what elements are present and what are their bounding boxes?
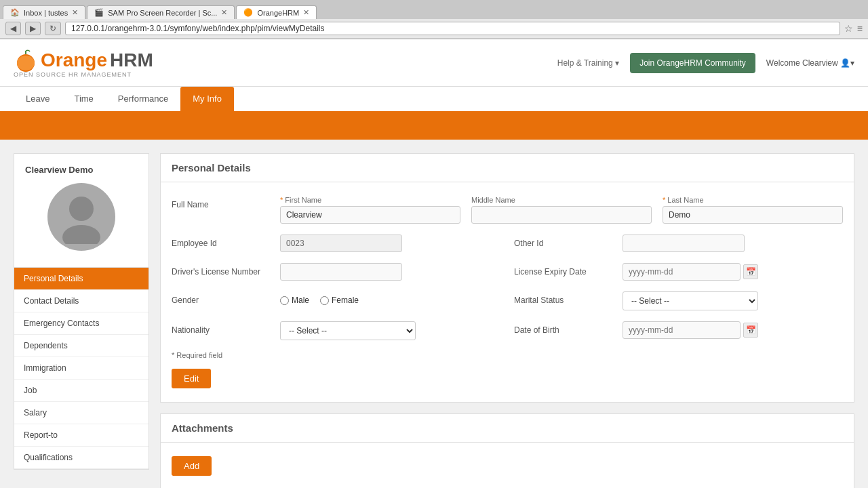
back-button[interactable]: ◀ [5,22,21,35]
sidebar-profile: Clearview Demo [14,153,149,268]
help-link[interactable]: Help & Training ▾ [557,58,619,68]
join-community-button[interactable]: Join OrangeHRM Community [630,53,755,73]
sidebar-item-immigration[interactable]: Immigration [14,357,149,380]
sidebar-user-name: Clearview Demo [25,165,138,175]
logo-icon [14,48,38,73]
required-note: * Required field [172,351,843,359]
license-expiry-input[interactable] [623,263,741,281]
middle-name-group: Middle Name [471,196,652,224]
first-name-label: * First Name [280,196,460,204]
gender-female-radio[interactable] [320,296,329,305]
sidebar-item-qualifications[interactable]: Qualifications [14,447,149,469]
header-right: Help & Training ▾ Join OrangeHRM Communi… [557,53,854,73]
license-expiry-label: License Expiry Date [514,263,609,277]
browser-tab-2[interactable]: 🎬 SAM Pro Screen Recorder | Sc... ✕ [87,5,235,19]
employee-id-group [280,235,402,252]
avatar-svg [54,190,108,244]
gender-radio-group: Male Female [280,291,359,305]
last-name-group: * Last Name [663,196,843,224]
dob-input[interactable] [623,321,741,339]
sidebar-item-dependents[interactable]: Dependents [14,335,149,357]
attachments-card: Attachments Add [160,413,854,488]
sidebar-item-personal-details[interactable]: Personal Details [14,268,149,290]
other-id-input[interactable] [623,235,745,252]
browser-tab-1[interactable]: 🏠 Inbox | tustes ✕ [3,5,85,19]
license-expiry-calendar-icon[interactable]: 📅 [743,264,758,279]
browser-addressbar: ◀ ▶ ↻ ☆ ≡ [0,19,868,39]
tab-leave[interactable]: Leave [14,87,62,113]
sidebar-item-contact-details[interactable]: Contact Details [14,290,149,312]
tab-favicon-3: 🟠 [243,8,253,17]
nationality-fields: -- Select -- American British Canadian [280,321,500,340]
license-number-input[interactable] [280,263,402,281]
gender-label: Gender [172,291,267,305]
attachments-header: Attachments [161,414,854,443]
svg-point-1 [17,56,35,70]
gender-male-label[interactable]: Male [280,296,309,305]
tab-label-1: Inbox | tustes [24,9,68,17]
gender-row: Gender Male Female [172,291,843,310]
address-bar[interactable] [65,22,840,35]
edit-button[interactable]: Edit [172,369,211,388]
svg-point-3 [69,197,94,221]
logo-subtitle: OPEN SOURCE HR MANAGEMENT [14,71,153,78]
browser-tab-3[interactable]: 🟠 OrangeHRM ✕ [236,5,317,19]
personal-details-header: Personal Details [161,154,854,182]
avatar [47,183,115,251]
tab-my-info[interactable]: My Info [180,87,234,113]
employee-id-input [280,235,402,252]
tab-close-2[interactable]: ✕ [221,8,227,17]
sidebar-item-emergency-contacts[interactable]: Emergency Contacts [14,312,149,335]
last-name-label: * Last Name [663,196,843,204]
menu-icon[interactable]: ≡ [857,23,863,34]
tab-favicon: 🏠 [10,8,20,17]
full-name-label: Full Name [172,196,267,209]
license-expiry-date-wrapper: 📅 [623,263,758,281]
dob-date-wrapper: 📅 [623,321,758,339]
svg-point-4 [62,225,100,244]
tab-close-1[interactable]: ✕ [72,8,78,17]
employee-id-label: Employee Id [172,235,267,248]
middle-name-label: Middle Name [471,196,652,204]
dob-label: Date of Birth [514,321,609,335]
license-row: Driver's License Number License Expiry D… [172,263,843,281]
first-name-input[interactable] [280,206,460,224]
sidebar-item-report-to[interactable]: Report-to [14,424,149,447]
first-name-group: * First Name [280,196,460,224]
tab-close-3[interactable]: ✕ [303,8,309,17]
other-id-group [623,235,745,252]
nationality-select[interactable]: -- Select -- American British Canadian [280,321,416,340]
marital-status-select[interactable]: -- Select -- Single Married Other [623,291,758,310]
tab-performance[interactable]: Performance [106,87,180,113]
main-content: Clearview Demo Personal Details Contact … [0,140,868,488]
tab-favicon-2: 🎬 [94,8,104,17]
tab-label-3: OrangeHRM [257,9,299,17]
app-header: Orange HRM OPEN SOURCE HR MANAGEMENT Hel… [0,39,868,87]
tab-time[interactable]: Time [62,87,105,113]
logo-text: Orange HRM [14,48,153,73]
sidebar-item-job[interactable]: Job [14,380,149,402]
dob-fields: 📅 [623,321,843,339]
reload-button[interactable]: ↻ [45,22,61,35]
license-number-group [280,263,402,281]
middle-name-input[interactable] [471,206,652,224]
license-expiry-fields: 📅 [623,263,843,281]
sidebar-menu: Personal Details Contact Details Emergen… [14,268,149,470]
full-name-row: Full Name * First Name Middle Name [172,196,843,224]
bookmark-icon[interactable]: ☆ [844,23,853,34]
gender-fields: Male Female [280,291,500,305]
marital-status-label: Marital Status [514,291,609,305]
personal-details-card: Personal Details Full Name * First Name … [160,153,854,403]
employee-id-row: Employee Id Other Id [172,235,843,252]
sidebar-item-salary[interactable]: Salary [14,402,149,424]
nationality-group: -- Select -- American British Canadian [280,321,416,340]
gender-female-label[interactable]: Female [320,296,359,305]
other-id-fields [623,235,843,252]
dob-calendar-icon[interactable]: 📅 [743,323,758,338]
add-attachment-button[interactable]: Add [172,456,212,476]
forward-button[interactable]: ▶ [25,22,41,35]
gender-male-radio[interactable] [280,296,289,305]
browser-tabs: 🏠 Inbox | tustes ✕ 🎬 SAM Pro Screen Reco… [0,0,868,19]
last-name-input[interactable] [663,206,843,224]
browser-chrome: 🏠 Inbox | tustes ✕ 🎬 SAM Pro Screen Reco… [0,0,868,39]
